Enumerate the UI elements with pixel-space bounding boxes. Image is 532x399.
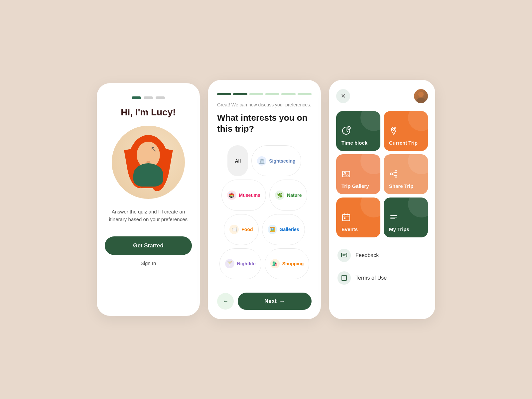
nightlife-icon: 🍸 [225, 259, 234, 268]
sightseeing-icon: 🏛️ [257, 156, 266, 166]
dot-3 [156, 96, 165, 99]
events-icon [341, 212, 351, 224]
tile-blob-2 [408, 111, 428, 131]
menu-grid: Time block Current Trip [336, 111, 428, 237]
user-avatar [414, 89, 428, 103]
trip-gallery-icon [341, 169, 351, 181]
tile-blob-4 [408, 154, 428, 174]
tag-food[interactable]: 🍽️ Food [224, 214, 258, 245]
screen2-footer: ← Next → [217, 286, 312, 310]
dot-1 [132, 96, 141, 99]
get-started-button[interactable]: Get Started [105, 236, 192, 255]
museums-icon: 🏟️ [227, 191, 236, 200]
lucy-avatar: ↖ [112, 126, 185, 199]
next-label: Next [264, 298, 277, 305]
time-block-tile[interactable]: Time block [336, 111, 380, 151]
back-icon: ← [222, 298, 228, 305]
svg-point-7 [395, 171, 397, 173]
progress-seg-4 [265, 93, 279, 95]
interest-tags-container: All 🏛️ Sightseeing 🏟️ Museums 🌿 Nature 🍽… [217, 145, 312, 279]
svg-point-4 [393, 128, 395, 130]
share-trip-label: Share Trip [389, 183, 413, 189]
terms-label: Terms of Use [355, 275, 387, 281]
next-arrow-icon: → [279, 298, 285, 305]
time-block-label: Time block [341, 140, 367, 146]
svg-rect-11 [344, 217, 345, 219]
terms-icon [337, 271, 351, 285]
events-label: Events [341, 226, 358, 232]
svg-point-8 [390, 173, 392, 175]
body [133, 163, 163, 187]
current-trip-icon [389, 126, 398, 137]
shopping-icon: 🛍️ [270, 259, 280, 268]
galleries-icon: 🖼️ [268, 225, 277, 234]
lucy-figure: ↖ [133, 138, 163, 187]
tag-food-label: Food [241, 227, 253, 232]
my-trips-tile[interactable]: My Trips [384, 198, 428, 237]
trip-gallery-label: Trip Gallery [341, 183, 369, 189]
screen-2-interests: Great! We can now discuss your preferenc… [208, 80, 321, 319]
close-icon: ✕ [341, 92, 346, 100]
screen2-subtitle: Great! We can now discuss your preferenc… [217, 102, 312, 108]
sign-in-button[interactable]: Sign In [141, 260, 156, 266]
svg-point-0 [418, 92, 424, 97]
current-trip-label: Current Trip [389, 140, 418, 146]
tag-all[interactable]: All [227, 145, 248, 176]
svg-rect-10 [342, 214, 350, 221]
bottom-menu-list: Feedback Terms of Use [336, 245, 428, 288]
tile-blob-3 [360, 154, 380, 174]
progress-seg-3 [249, 93, 263, 95]
current-trip-tile[interactable]: Current Trip [384, 111, 428, 151]
close-button[interactable]: ✕ [336, 89, 350, 103]
screen-3-menu: ✕ [329, 80, 435, 319]
welcome-description: Answer the quiz and I'll create an itine… [105, 208, 192, 223]
progress-seg-5 [281, 93, 295, 95]
tag-sightseeing[interactable]: 🏛️ Sightseeing [251, 145, 301, 176]
svg-rect-12 [341, 253, 347, 257]
feedback-menu-item[interactable]: Feedback [336, 245, 428, 265]
progress-seg-6 [298, 93, 312, 95]
screens-container: Hi, I'm Lucy! ↖ Answer the quiz and I'll… [97, 80, 435, 319]
tag-galleries[interactable]: 🖼️ Galleries [262, 214, 305, 245]
tag-nightlife[interactable]: 🍸 Nightlife [219, 248, 261, 279]
tile-blob-5 [360, 198, 380, 217]
cursor-icon: ↖ [151, 145, 157, 154]
tag-galleries-label: Galleries [280, 227, 299, 232]
tile-blob-6 [408, 198, 428, 217]
nature-icon: 🌿 [275, 191, 284, 200]
tag-nightlife-label: Nightlife [237, 261, 256, 266]
avatar-image [414, 89, 428, 103]
tag-museums-label: Museums [239, 193, 261, 198]
time-block-icon [341, 126, 351, 137]
back-button[interactable]: ← [217, 293, 234, 310]
tag-shopping[interactable]: 🛍️ Shopping [265, 248, 310, 279]
food-icon: 🍽️ [229, 225, 239, 234]
progress-bar [217, 93, 312, 95]
progress-seg-1 [217, 93, 231, 95]
svg-point-9 [395, 175, 397, 177]
svg-point-1 [416, 98, 426, 103]
tag-nature[interactable]: 🌿 Nature [269, 180, 307, 210]
screen3-header: ✕ [336, 89, 428, 103]
progress-dots [132, 96, 165, 99]
events-tile[interactable]: Events [336, 198, 380, 237]
welcome-title: Hi, I'm Lucy! [121, 107, 176, 118]
tag-shopping-label: Shopping [282, 261, 304, 266]
screen-1-welcome: Hi, I'm Lucy! ↖ Answer the quiz and I'll… [97, 83, 200, 316]
progress-seg-2 [233, 93, 247, 95]
dot-2 [144, 96, 153, 99]
my-trips-label: My Trips [389, 226, 409, 232]
tag-nature-label: Nature [287, 193, 302, 198]
tag-museums[interactable]: 🏟️ Museums [221, 180, 266, 210]
feedback-icon [337, 249, 351, 262]
my-trips-icon [389, 212, 398, 224]
share-trip-tile[interactable]: Share Trip [384, 154, 428, 194]
next-button[interactable]: Next → [238, 293, 312, 310]
feedback-label: Feedback [355, 252, 379, 258]
tag-sightseeing-label: Sightseeing [269, 158, 295, 164]
tile-blob [360, 111, 380, 131]
terms-menu-item[interactable]: Terms of Use [336, 268, 428, 288]
share-trip-icon [389, 169, 398, 181]
trip-gallery-tile[interactable]: Trip Gallery [336, 154, 380, 194]
screen2-title: What interests you on this trip? [217, 112, 312, 135]
